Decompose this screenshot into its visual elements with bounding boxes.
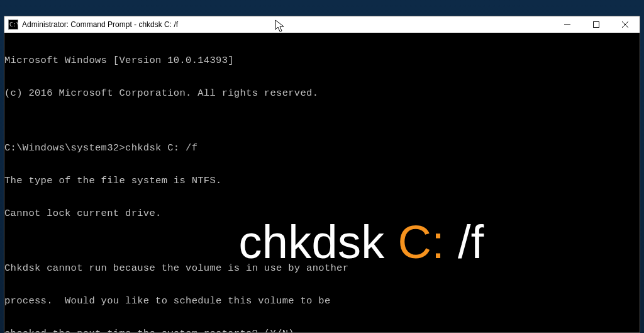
command-prompt-window: C:\ Administrator: Command Prompt - chkd… xyxy=(4,16,640,333)
typed-command: chkdsk C: /f xyxy=(125,142,197,154)
minimize-button[interactable] xyxy=(553,16,582,33)
terminal-line: Chkdsk cannot run because the volume is … xyxy=(4,263,640,274)
maximize-button[interactable] xyxy=(582,16,611,33)
terminal-line: process. Would you like to schedule this… xyxy=(4,296,640,307)
mouse-cursor-icon xyxy=(275,20,286,33)
terminal-line: The type of the file system is NTFS. xyxy=(4,176,640,186)
overlay-part-flag: /f xyxy=(445,216,484,268)
terminal-line: C:\Windows\system32>chkdsk C: /f xyxy=(4,143,640,154)
terminal-line: Microsoft Windows [Version 10.0.14393] xyxy=(4,55,640,66)
close-button[interactable] xyxy=(611,16,640,33)
window-title: Administrator: Command Prompt - chkdsk C… xyxy=(22,20,178,29)
prompt-text: C:\Windows\system32> xyxy=(4,142,125,154)
window-controls xyxy=(553,16,640,33)
svg-text:C:\: C:\ xyxy=(9,21,18,28)
prompt-question: checked the next time the system restart… xyxy=(4,328,300,332)
cmd-icon: C:\ xyxy=(8,20,18,30)
terminal-line: Cannot lock current drive. xyxy=(4,208,640,219)
svg-rect-4 xyxy=(594,21,599,27)
terminal-line: (c) 2016 Microsoft Corporation. All righ… xyxy=(4,88,640,99)
overlay-part-drive: C: xyxy=(397,216,445,268)
window-titlebar[interactable]: C:\ Administrator: Command Prompt - chkd… xyxy=(4,16,640,33)
terminal-output[interactable]: Microsoft Windows [Version 10.0.14393] (… xyxy=(4,33,640,332)
overlay-part-chkdsk: chkdsk xyxy=(238,216,397,268)
terminal-line: checked the next time the system restart… xyxy=(4,329,640,332)
